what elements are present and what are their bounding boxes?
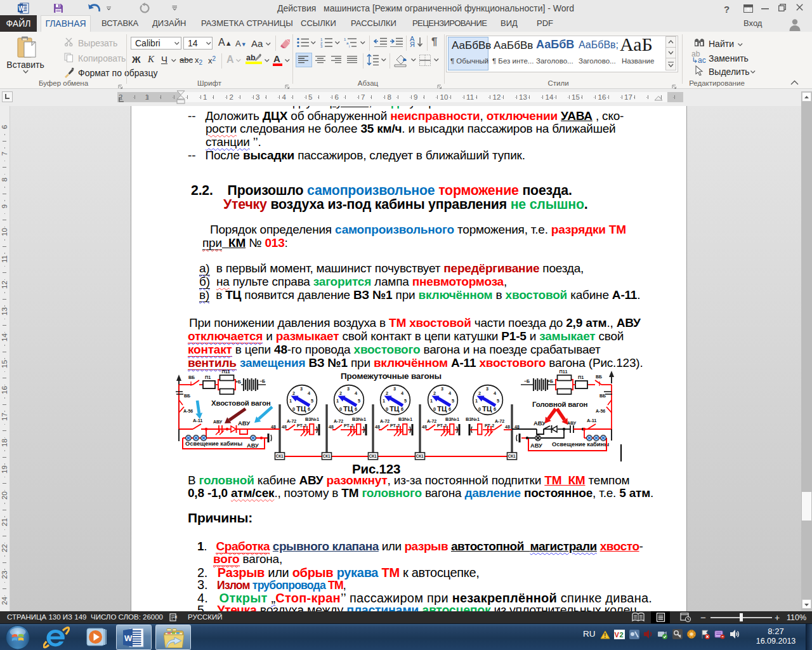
svg-text:3: 3 bbox=[393, 386, 396, 392]
svg-text:ВЗ№1: ВЗ№1 bbox=[398, 416, 412, 422]
svg-text:x: x bbox=[174, 614, 178, 620]
svg-text:3: 3 bbox=[320, 44, 323, 48]
svg-text:0: 0 bbox=[292, 406, 295, 412]
svg-text:А-56: А-56 bbox=[183, 409, 193, 413]
svg-text:2: 2 bbox=[339, 390, 342, 396]
svg-text:3: 3 bbox=[347, 386, 350, 392]
svg-text:Освещение кабины: Освещение кабины bbox=[185, 441, 242, 447]
svg-text:5: 5 bbox=[452, 398, 454, 404]
svg-text:2: 2 bbox=[433, 390, 436, 396]
svg-text:2: 2 bbox=[292, 390, 295, 396]
svg-text:РТ-2: РТ-2 bbox=[437, 423, 447, 428]
svg-text:48: 48 bbox=[282, 425, 287, 429]
svg-text:РТ-2: РТ-2 bbox=[297, 423, 306, 428]
svg-text:ВБ: ВБ bbox=[188, 375, 195, 380]
svg-text:ВБ: ВБ bbox=[184, 394, 190, 398]
svg-text:3: 3 bbox=[486, 386, 488, 392]
svg-text:2: 2 bbox=[478, 390, 481, 396]
svg-text:ТЦ: ТЦ bbox=[343, 405, 353, 413]
svg-text:3: 3 bbox=[300, 386, 303, 392]
svg-text:ВЗ№1: ВЗ№1 bbox=[305, 416, 319, 422]
svg-text:Промежуточные вагоны: Промежуточные вагоны bbox=[341, 371, 442, 381]
svg-text:1: 1 bbox=[475, 398, 478, 404]
svg-text:6: 6 bbox=[494, 406, 496, 412]
svg-text:П11: П11 bbox=[560, 369, 568, 375]
svg-text:АВУ: АВУ bbox=[213, 420, 223, 424]
svg-text:А-72: А-72 bbox=[380, 419, 390, 423]
svg-text:П1: П1 bbox=[205, 375, 211, 380]
svg-text:ТЦ: ТЦ bbox=[482, 405, 492, 413]
svg-text:1: 1 bbox=[289, 398, 292, 404]
svg-text:СК1: СК1 bbox=[323, 454, 331, 458]
svg-text:А-72: А-72 bbox=[334, 419, 343, 423]
svg-text:ВЗ№1: ВЗ№1 bbox=[466, 416, 480, 422]
svg-text:ВБ: ВБ bbox=[596, 375, 602, 379]
svg-text:3: 3 bbox=[441, 386, 443, 392]
svg-text:!: ! bbox=[604, 632, 606, 639]
svg-text:−Б: −Б bbox=[524, 379, 530, 383]
svg-text:0: 0 bbox=[386, 406, 388, 412]
svg-text:W: W bbox=[124, 633, 133, 643]
svg-text:i: i bbox=[349, 44, 350, 48]
svg-text:0: 0 bbox=[478, 406, 481, 412]
svg-text:А-11: А-11 bbox=[193, 418, 202, 423]
svg-text:48: 48 bbox=[375, 425, 380, 429]
svg-text:48: 48 bbox=[422, 425, 427, 429]
svg-text:1: 1 bbox=[383, 398, 385, 404]
svg-text:0: 0 bbox=[339, 406, 342, 412]
svg-text:48: 48 bbox=[514, 425, 520, 429]
svg-text:П11: П11 bbox=[222, 369, 230, 375]
svg-text:АВУ: АВУ bbox=[534, 420, 546, 427]
svg-text:1: 1 bbox=[430, 398, 433, 404]
svg-text:АВУ: АВУ bbox=[247, 442, 259, 449]
svg-text:А-72: А-72 bbox=[495, 419, 504, 423]
svg-text:АВУ: АВУ bbox=[530, 442, 542, 449]
svg-text:ВБ: ВБ bbox=[599, 394, 606, 398]
svg-text:А-11: А-11 bbox=[587, 418, 596, 423]
svg-text:2: 2 bbox=[620, 631, 624, 639]
svg-text:РТ-2: РТ-2 bbox=[485, 423, 494, 428]
svg-text:П1: П1 bbox=[578, 375, 584, 380]
svg-text:А-72: А-72 bbox=[287, 419, 296, 423]
svg-text:2: 2 bbox=[386, 390, 388, 396]
svg-text:ВЗ№1: ВЗ№1 bbox=[445, 416, 459, 422]
svg-text:ТЦ: ТЦ bbox=[390, 405, 400, 413]
svg-text:А-56: А-56 bbox=[596, 409, 605, 413]
svg-text:6: 6 bbox=[308, 406, 310, 412]
svg-text:6: 6 bbox=[355, 406, 357, 412]
svg-text:РТ-2: РТ-2 bbox=[344, 423, 353, 428]
svg-text:0: 0 bbox=[433, 406, 436, 412]
svg-text:48: 48 bbox=[505, 425, 510, 429]
svg-text:АВУ: АВУ bbox=[238, 420, 250, 427]
svg-text:СК1: СК1 bbox=[369, 454, 377, 458]
svg-text:5: 5 bbox=[497, 398, 499, 404]
svg-text:6: 6 bbox=[449, 406, 451, 412]
svg-text:6: 6 bbox=[401, 406, 403, 412]
svg-text:Хвостовой вагон: Хвостовой вагон bbox=[211, 399, 271, 407]
svg-text:5: 5 bbox=[358, 398, 360, 404]
svg-text:Освещение кабины: Освещение кабины bbox=[552, 441, 609, 448]
svg-text:1: 1 bbox=[336, 398, 339, 404]
svg-text:+Б: +Б bbox=[547, 379, 553, 383]
svg-text:ТЦ: ТЦ bbox=[296, 405, 306, 413]
svg-text:СК1: СК1 bbox=[276, 454, 284, 458]
svg-text:W: W bbox=[18, 5, 25, 12]
svg-text:РТ-2: РТ-2 bbox=[390, 423, 400, 428]
svg-text:СК1: СК1 bbox=[508, 454, 516, 458]
svg-text:ВЗ№1: ВЗ№1 bbox=[352, 416, 366, 422]
svg-text:−Б: −Б bbox=[259, 379, 265, 383]
svg-text:V: V bbox=[615, 631, 620, 639]
svg-text:СК1: СК1 bbox=[416, 454, 424, 458]
svg-text:АВУ: АВУ bbox=[567, 421, 577, 425]
svg-text:Головной вагон: Головной вагон bbox=[532, 401, 588, 408]
svg-text:48: 48 bbox=[271, 425, 276, 429]
svg-text:5: 5 bbox=[404, 398, 407, 404]
svg-text:48: 48 bbox=[329, 425, 334, 429]
svg-text:5: 5 bbox=[311, 398, 313, 404]
svg-text:А-72: А-72 bbox=[427, 419, 436, 423]
svg-text:ТЦ: ТЦ bbox=[437, 405, 447, 413]
svg-text:+Б: +Б bbox=[235, 380, 241, 384]
